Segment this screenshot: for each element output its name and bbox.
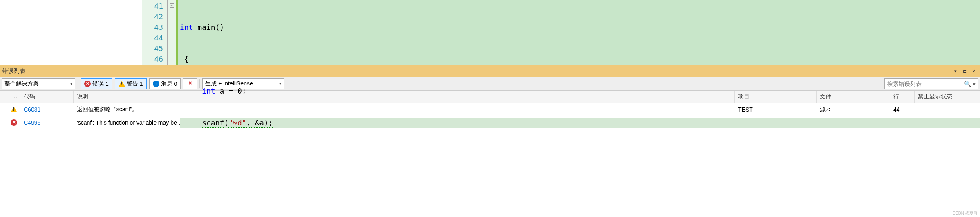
fold-gutter: − — [168, 0, 176, 65]
code-editor[interactable]: 41 42 43 44 45 46 − int main() { int a =… — [0, 0, 980, 65]
code-text: { — [184, 55, 189, 63]
info-icon: i — [153, 81, 159, 87]
line-number: 46 — [142, 54, 163, 65]
keyword: int — [202, 87, 215, 95]
code-content[interactable]: int main() { int a = 0; scanf("%d", &a);… — [178, 0, 980, 65]
code-text: ( — [224, 119, 228, 127]
scope-label: 整个解决方案 — [4, 80, 39, 87]
warnings-count: 1 — [140, 81, 143, 87]
warning-icon — [11, 107, 17, 112]
line-number: 41 — [142, 1, 163, 11]
code-text: main() — [193, 23, 224, 31]
line-number: 42 — [142, 11, 163, 22]
error-code: C4996 — [20, 118, 74, 128]
messages-filter-button[interactable]: i 消息 0 — [149, 78, 181, 89]
warnings-label: 警告 — [127, 80, 138, 87]
warnings-filter-button[interactable]: 警告 1 — [115, 78, 147, 89]
error-icon: ✕ — [84, 81, 91, 87]
code-text: , &a); — [246, 119, 273, 128]
keyword: int — [180, 23, 193, 31]
editor-left-margin — [0, 0, 142, 65]
scope-dropdown[interactable]: 整个解决方案 ▾ — [2, 78, 75, 89]
separator — [78, 79, 78, 88]
errors-filter-button[interactable]: ✕ 错误 1 — [81, 78, 112, 89]
error-code: C6031 — [20, 105, 74, 114]
errors-count: 1 — [105, 81, 109, 87]
string-literal: "%d" — [228, 119, 246, 128]
errors-label: 错误 — [92, 80, 104, 87]
clear-filter-icon — [187, 81, 193, 87]
column-header-code[interactable]: 代码 — [20, 91, 74, 103]
code-text: a = 0; — [215, 87, 246, 95]
fold-collapse-icon[interactable]: − — [170, 3, 174, 8]
warning-icon — [119, 81, 125, 87]
chevron-down-icon: ▾ — [70, 81, 72, 86]
line-number: 44 — [142, 33, 163, 43]
error-icon: ✕ — [11, 119, 17, 126]
line-number: 45 — [142, 43, 163, 54]
column-header-icon[interactable]: ⎵ — [0, 91, 20, 103]
function-call: scanf — [202, 119, 224, 128]
messages-count: 0 — [174, 81, 177, 87]
line-number: 43 — [142, 22, 163, 33]
messages-label: 消息 — [161, 80, 172, 87]
line-number-gutter: 41 42 43 44 45 46 — [142, 0, 168, 65]
